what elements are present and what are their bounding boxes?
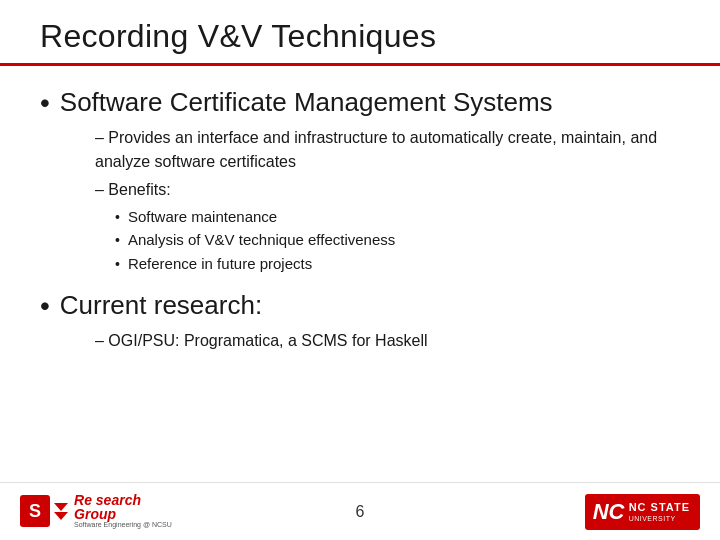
sub-bullet-1-dash-1: – Provides an interface and infrastructu…: [95, 126, 680, 174]
footer-logo-left: S Re search Group Software Engineering @…: [20, 493, 180, 529]
sub-sub-text-1: Software maintenance: [128, 206, 277, 229]
sub-sub-bullet-1: • Software maintenance: [115, 206, 680, 229]
bullet-2: • Current research:: [40, 289, 680, 323]
logo-research-text: Re search Group: [74, 493, 180, 521]
bullet-1-text: Software Certificate Management Systems: [60, 86, 553, 120]
ncsu-text-group: NC STATE UNIVERSITY: [629, 501, 690, 521]
logo-text-group: Re search Group Software Engineering @ N…: [74, 493, 180, 529]
bullet-dot-1: •: [40, 86, 50, 120]
ncsu-nc-letters: NC: [593, 499, 625, 525]
sub-sub-text-3: Reference in future projects: [128, 253, 312, 276]
slide-title: Recording V&V Techniques: [40, 18, 680, 55]
sub-bullet-1-dash-2: – Benefits:: [95, 178, 680, 202]
sub-sub-bullets-1: • Software maintenance • Analysis of V&V…: [115, 206, 680, 276]
slide-header: Recording V&V Techniques: [0, 0, 720, 63]
slide-footer: S Re search Group Software Engineering @…: [0, 482, 720, 540]
footer-page-number: 6: [356, 503, 365, 521]
bullet-1: • Software Certificate Management System…: [40, 86, 680, 120]
sub-bullets-1: – Provides an interface and infrastructu…: [95, 126, 680, 276]
sub-sub-bullet-2: • Analysis of V&V technique effectivenes…: [115, 229, 680, 252]
sub-sub-text-2: Analysis of V&V technique effectiveness: [128, 229, 395, 252]
footer-logo-right: NC NC STATE UNIVERSITY: [540, 494, 700, 530]
ncsu-brick-icon: NC: [595, 498, 623, 526]
bullet-2-text: Current research:: [60, 289, 262, 323]
small-dot-1: •: [115, 207, 120, 228]
sub-bullets-2: – OGI/PSU: Programatica, a SCMS for Hask…: [95, 329, 680, 353]
ncsu-line2: UNIVERSITY: [629, 515, 690, 522]
logo-box: S Re search Group Software Engineering @…: [20, 493, 180, 529]
small-dot-2: •: [115, 230, 120, 251]
ncsu-logo: NC NC STATE UNIVERSITY: [585, 494, 700, 530]
logo-s-icon: S: [20, 495, 50, 527]
bullet-dot-2: •: [40, 289, 50, 323]
logo-sub-text: Software Engineering @ NCSU: [74, 521, 180, 529]
logo-arrow-1: [54, 503, 68, 511]
slide-content: • Software Certificate Management System…: [0, 66, 720, 482]
slide: Recording V&V Techniques • Software Cert…: [0, 0, 720, 540]
small-dot-3: •: [115, 254, 120, 275]
logo-arrow-2: [54, 512, 68, 520]
sub-bullet-2-dash-1: – OGI/PSU: Programatica, a SCMS for Hask…: [95, 329, 680, 353]
logo-arrows-icon: [54, 503, 68, 520]
sub-sub-bullet-3: • Reference in future projects: [115, 253, 680, 276]
ncsu-line1: NC STATE: [629, 501, 690, 514]
